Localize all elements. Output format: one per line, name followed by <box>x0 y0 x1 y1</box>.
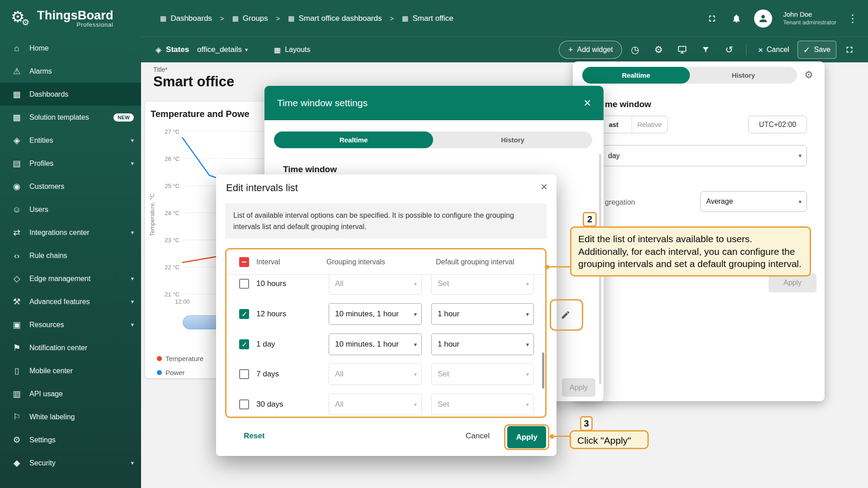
breadcrumb-item-group-name[interactable]: ▦ Smart office dashboards <box>288 14 382 23</box>
cancel-edit-button[interactable]: × Cancel <box>753 41 795 59</box>
row-checkbox[interactable] <box>239 399 249 409</box>
default-grouping-select[interactable]: 1 hour <box>431 303 534 325</box>
profiles-icon: ▤ <box>11 158 23 169</box>
sidebar-item-rule-chains[interactable]: ‹›Rule chains <box>0 244 141 267</box>
column-interval: Interval <box>256 258 280 266</box>
grouping-intervals-select[interactable]: 10 minutes, 1 hour <box>329 303 422 325</box>
tab-realtime[interactable]: Realtime <box>274 131 433 148</box>
table-header-row: Interval Grouping intervals Default grou… <box>226 249 545 275</box>
chevron-down-icon: ▾ <box>245 47 248 53</box>
dashboard-title-input[interactable]: Smart office <box>153 74 234 90</box>
save-button[interactable]: ✓ Save <box>797 41 836 59</box>
sidebar-item-white-labeling[interactable]: ⚐White labeling <box>0 405 141 428</box>
add-widget-button[interactable]: + Add widget <box>559 41 622 59</box>
chevron-down-icon: ▾ <box>131 460 134 466</box>
default-grouping-select[interactable]: 1 hour <box>431 333 534 355</box>
y-tick: 25 °C <box>165 183 179 189</box>
row-checkbox[interactable] <box>239 369 249 379</box>
breadcrumb-item-dashboards[interactable]: ▦ Dashboards <box>160 14 212 23</box>
aggregation-select[interactable]: Average <box>700 191 807 212</box>
cancel-label: Cancel <box>767 46 789 54</box>
layouts-label: Layouts <box>285 46 310 54</box>
sidebar-nav: ⌂Home ⚠Alarms ▦Dashboards ▩Solution temp… <box>0 37 141 488</box>
add-widget-label: Add widget <box>577 46 613 54</box>
edit-intervals-pencil-icon[interactable] <box>555 304 576 326</box>
sidebar-item-edge-management[interactable]: ◇Edge management▾ <box>0 267 141 290</box>
timewindow-panel-tabs: Realtime History <box>582 67 797 84</box>
sidebar-item-solution-templates[interactable]: ▩Solution templatesNEW <box>0 106 141 129</box>
dashboard-settings-gear-icon[interactable]: ⚙ <box>648 39 669 60</box>
legend-item-temperature[interactable]: Temperature <box>157 355 203 362</box>
sidebar-item-entities[interactable]: ◈Entities▾ <box>0 129 141 152</box>
step-2-annotation: Edit the list of intervals available to … <box>570 226 811 277</box>
integrations-icon: ⇄ <box>11 227 23 238</box>
sidebar-item-advanced-features[interactable]: ⚒Advanced features▾ <box>0 290 141 313</box>
sidebar-item-security[interactable]: ◆Security▾ <box>0 451 141 474</box>
breadcrumb-item-current[interactable]: ▦ Smart office <box>402 14 453 23</box>
sidebar-item-customers[interactable]: ◉Customers <box>0 175 141 198</box>
sidebar-item-resources[interactable]: ▣Resources▾ <box>0 313 141 336</box>
interval-select[interactable]: day <box>602 145 807 166</box>
tab-realtime[interactable]: Realtime <box>582 67 690 84</box>
states-selector[interactable]: ◈ States office_details ▾ <box>141 45 248 55</box>
group-icon: ▦ <box>232 14 239 23</box>
layouts-button[interactable]: ▦ Layouts <box>274 46 310 54</box>
user-avatar[interactable] <box>754 9 772 28</box>
table-scrollbar[interactable] <box>542 352 544 389</box>
tab-history[interactable]: History <box>433 131 592 148</box>
sidebar-item-settings[interactable]: ⚙Settings <box>0 428 141 451</box>
close-icon[interactable]: × <box>541 181 547 192</box>
sidebar-item-profiles[interactable]: ▤Profiles▾ <box>0 152 141 175</box>
legend-item-power[interactable]: Power <box>157 369 185 376</box>
cancel-button[interactable]: Cancel <box>466 432 490 441</box>
sidebar-item-mobile-center[interactable]: ▯Mobile center <box>0 359 141 382</box>
tab-history[interactable]: History <box>690 67 797 84</box>
sidebar-item-alarms[interactable]: ⚠Alarms <box>0 60 141 83</box>
wrench-icon: ⚒ <box>11 296 23 307</box>
breadcrumb-item-groups[interactable]: ▦ Groups <box>232 14 268 23</box>
toggle-relative[interactable]: Relative <box>632 116 668 133</box>
select-all-checkbox[interactable] <box>239 257 249 267</box>
table-row-12-hours: 12 hours 10 minutes, 1 hour 1 hour <box>226 299 545 329</box>
api-usage-icon: ▥ <box>11 389 23 399</box>
close-icon[interactable]: × <box>584 97 591 109</box>
menu-dots-icon[interactable]: ⋮ <box>847 12 858 25</box>
version-control-icon[interactable]: ↺ <box>719 39 740 60</box>
timewindow-apply-button-disabled: Apply <box>562 378 595 397</box>
dashboard-icon: ▦ <box>160 14 166 23</box>
intervals-table: Interval Grouping intervals Default grou… <box>225 248 547 418</box>
row-checkbox[interactable] <box>239 309 249 319</box>
brand-logo[interactable]: ⚙ ⚙ ThingsBoard Professional <box>0 8 141 29</box>
table-row-30-days: 30 days All Set <box>226 389 545 417</box>
sidebar-item-integrations-center[interactable]: ⇄Integrations center▾ <box>0 221 141 244</box>
sidebar-item-users[interactable]: ☺Users <box>0 198 141 221</box>
users-icon: ☺ <box>11 205 23 215</box>
fullscreen-icon[interactable] <box>705 12 719 25</box>
sidebar-item-dashboards[interactable]: ▦Dashboards <box>0 83 141 106</box>
dialog-description: List of available interval options can b… <box>225 203 547 239</box>
timezone-button[interactable]: UTC+02:00 <box>748 116 807 133</box>
home-icon: ⌂ <box>11 43 23 53</box>
breadcrumb-separator-icon: > <box>220 14 224 22</box>
notifications-bell-icon[interactable] <box>730 12 743 25</box>
row-checkbox[interactable] <box>239 279 249 289</box>
row-checkbox[interactable] <box>239 339 249 349</box>
brand-edition: Professional <box>37 21 113 28</box>
breadcrumb-label: Smart office dashboards <box>299 14 382 23</box>
timewindow-clock-icon[interactable]: ◷ <box>625 39 646 60</box>
x-tick: 12:00 <box>175 298 190 305</box>
layouts-icon: ▦ <box>274 46 281 54</box>
sidebar-item-home[interactable]: ⌂Home <box>0 37 141 60</box>
grouping-intervals-select[interactable]: 10 minutes, 1 hour <box>329 333 422 355</box>
manage-layouts-icon[interactable] <box>672 39 693 60</box>
sidebar-item-api-usage[interactable]: ▥API usage <box>0 382 141 405</box>
fullscreen-toolbar-icon[interactable] <box>839 39 860 60</box>
sidebar-item-notification-center[interactable]: ⚑Notification center <box>0 336 141 359</box>
annotation-connector-line <box>549 266 570 267</box>
dashboard-group-icon: ▦ <box>288 14 294 23</box>
filter-icon[interactable] <box>695 39 716 60</box>
timewindow-settings-gear-icon[interactable]: ⚙ <box>804 69 813 81</box>
apply-button[interactable]: Apply <box>507 426 546 448</box>
brand-text: ThingsBoard Professional <box>37 9 113 28</box>
reset-button[interactable]: Reset <box>244 432 264 441</box>
